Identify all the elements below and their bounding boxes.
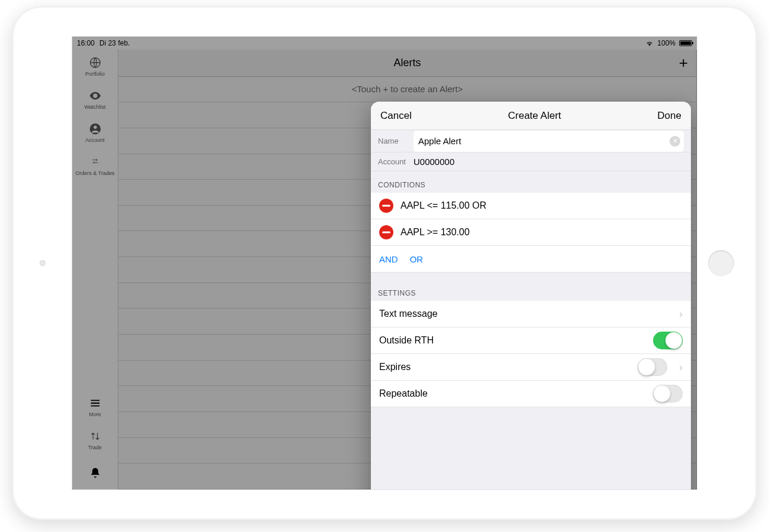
alert-name-input[interactable] xyxy=(413,133,670,150)
account-value: U0000000 xyxy=(413,157,454,167)
name-row: Name ✕ xyxy=(371,130,691,153)
text-message-row[interactable]: Text message › xyxy=(371,301,691,327)
outside-rth-switch[interactable] xyxy=(653,332,683,349)
camera-dot xyxy=(40,260,46,266)
and-button[interactable]: AND xyxy=(379,254,398,264)
condition-text: AAPL <= 115.00 OR xyxy=(400,200,486,211)
cancel-button[interactable]: Cancel xyxy=(380,110,412,122)
outside-rth-row: Outside RTH xyxy=(371,327,691,354)
name-label: Name xyxy=(378,137,413,145)
remove-condition-button[interactable] xyxy=(379,225,393,239)
setting-label: Repeatable xyxy=(379,388,428,399)
account-label: Account xyxy=(378,157,413,166)
setting-label: Outside RTH xyxy=(379,335,434,346)
condition-row[interactable]: AAPL <= 115.00 OR xyxy=(371,193,691,219)
chevron-right-icon: › xyxy=(679,361,683,374)
conditions-header: CONDITIONS xyxy=(371,171,691,193)
expires-row: Expires › xyxy=(371,354,691,381)
clear-icon[interactable]: ✕ xyxy=(670,136,680,147)
screen: 16:00 Di 23 feb. 100% Portfolio xyxy=(72,36,697,490)
setting-label: Expires xyxy=(379,362,411,372)
popover-caret xyxy=(371,320,371,333)
repeatable-switch[interactable] xyxy=(653,385,683,403)
condition-text: AAPL >= 130.00 xyxy=(400,227,470,238)
setting-label: Text message xyxy=(379,309,438,319)
condition-row[interactable]: AAPL >= 130.00 xyxy=(371,219,691,246)
popover-header: Cancel Create Alert Done xyxy=(371,102,691,130)
home-button[interactable] xyxy=(708,250,734,276)
remove-condition-button[interactable] xyxy=(379,199,393,213)
settings-header: SETTINGS xyxy=(371,286,691,301)
ipad-frame: 16:00 Di 23 feb. 100% Portfolio xyxy=(12,6,757,520)
or-button[interactable]: OR xyxy=(410,254,424,264)
logic-row: AND OR xyxy=(371,246,691,273)
chevron-right-icon: › xyxy=(679,308,683,320)
create-alert-popover: Cancel Create Alert Done Name ✕ Account … xyxy=(371,102,691,490)
account-row: Account U0000000 xyxy=(371,153,691,171)
popover-title: Create Alert xyxy=(508,110,561,122)
expires-switch[interactable] xyxy=(638,358,667,376)
done-button[interactable]: Done xyxy=(657,110,681,122)
repeatable-row: Repeatable xyxy=(371,381,691,407)
